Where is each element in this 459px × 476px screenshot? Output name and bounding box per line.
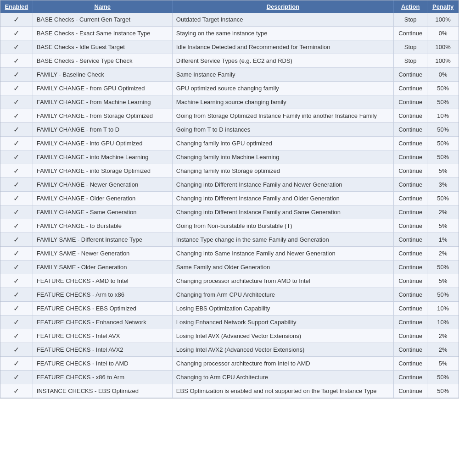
header-name: Name [33, 0, 172, 13]
cell-name: FEATURE CHECKS - EBS Optimized [33, 302, 172, 315]
cell-name: FEATURE CHECKS - Arm to x86 [33, 288, 172, 302]
cell-name: FAMILY CHANGE - Same Generation [33, 205, 172, 219]
checkmark-icon: ✓ [13, 29, 19, 37]
cell-name: FEATURE CHECKS - Intel AVX2 [33, 343, 172, 357]
checks-table: Enabled Name Description Action Penalty … [0, 0, 459, 398]
cell-description: Same Instance Family [172, 68, 393, 82]
cell-name: FAMILY CHANGE - from Storage Optimized [33, 109, 172, 123]
cell-penalty: 50% [427, 384, 459, 398]
checkmark-icon: ✓ [13, 222, 19, 230]
table-row: ✓FEATURE CHECKS - EBS OptimizedLosing EB… [0, 302, 459, 315]
cell-name: FEATURE CHECKS - Intel AVX [33, 329, 172, 343]
cell-action: Stop [393, 13, 427, 27]
checkmark-icon: ✓ [13, 291, 19, 299]
table-row: ✓INSTANCE CHECKS - EBS OptimizedEBS Opti… [0, 384, 459, 398]
cell-name: FAMILY CHANGE - from Machine Learning [33, 95, 172, 109]
cell-enabled: ✓ [0, 371, 33, 384]
cell-description: Changing into Different Instance Family … [172, 178, 393, 192]
checkmark-icon: ✓ [13, 194, 19, 202]
cell-action: Continue [393, 329, 427, 343]
table-row: ✓BASE Checks - Idle Guest TargetIdle Ins… [0, 40, 459, 54]
checkmark-icon: ✓ [13, 153, 19, 161]
cell-enabled: ✓ [0, 315, 33, 329]
cell-penalty: 3% [427, 178, 459, 192]
cell-name: INSTANCE CHECKS - EBS Optimized [33, 384, 172, 398]
table-row: ✓FEATURE CHECKS - Intel AVXLosing Intel … [0, 329, 459, 343]
cell-penalty: 50% [427, 192, 459, 205]
cell-penalty: 50% [427, 137, 459, 150]
cell-description: Changing family into Storage optimized [172, 164, 393, 178]
cell-action: Continue [393, 109, 427, 123]
cell-action: Continue [393, 137, 427, 150]
cell-enabled: ✓ [0, 137, 33, 150]
cell-action: Continue [393, 384, 427, 398]
checkmark-icon: ✓ [13, 236, 19, 244]
header-action: Action [393, 0, 427, 13]
cell-name: FAMILY SAME - Newer Generation [33, 247, 172, 260]
cell-action: Continue [393, 274, 427, 288]
cell-description: Staying on the same instance type [172, 27, 393, 40]
checkmark-icon: ✓ [13, 387, 19, 395]
cell-description: Changing into Different Instance Family … [172, 192, 393, 205]
checkmark-icon: ✓ [13, 346, 19, 354]
cell-description: Losing Enhanced Network Support Capabili… [172, 315, 393, 329]
cell-enabled: ✓ [0, 192, 33, 205]
cell-action: Continue [393, 302, 427, 315]
checkmark-icon: ✓ [13, 112, 19, 120]
checkmark-icon: ✓ [13, 16, 19, 23]
cell-description: Idle Instance Detected and Recommended f… [172, 40, 393, 54]
cell-name: FEATURE CHECKS - Intel to AMD [33, 357, 172, 371]
cell-enabled: ✓ [0, 68, 33, 82]
table-row: ✓FEATURE CHECKS - Enhanced NetworkLosing… [0, 315, 459, 329]
cell-penalty: 5% [427, 274, 459, 288]
cell-name: FEATURE CHECKS - x86 to Arm [33, 371, 172, 384]
cell-description: Same Family and Older Generation [172, 260, 393, 274]
checkmark-icon: ✓ [13, 373, 19, 381]
cell-penalty: 50% [427, 123, 459, 137]
table-row: ✓FEATURE CHECKS - Intel to AMDChanging p… [0, 357, 459, 371]
cell-enabled: ✓ [0, 40, 33, 54]
cell-name: FAMILY CHANGE - Newer Generation [33, 178, 172, 192]
table-row: ✓FAMILY SAME - Older GenerationSame Fami… [0, 260, 459, 274]
cell-penalty: 2% [427, 343, 459, 357]
cell-penalty: 50% [427, 82, 459, 95]
cell-description: Going from T to D instances [172, 123, 393, 137]
cell-enabled: ✓ [0, 109, 33, 123]
cell-penalty: 50% [427, 288, 459, 302]
cell-description: Changing to Arm CPU Architecture [172, 371, 393, 384]
cell-penalty: 50% [427, 260, 459, 274]
header-description: Description [172, 0, 393, 13]
table-row: ✓BASE Checks - Exact Same Instance TypeS… [0, 27, 459, 40]
cell-penalty: 50% [427, 150, 459, 164]
cell-enabled: ✓ [0, 95, 33, 109]
cell-name: FAMILY SAME - Older Generation [33, 260, 172, 274]
cell-action: Stop [393, 40, 427, 54]
checkmark-icon: ✓ [13, 57, 19, 65]
cell-description: Losing EBS Optimization Capability [172, 302, 393, 315]
table-row: ✓BASE Checks - Current Gen TargetOutdate… [0, 13, 459, 27]
cell-name: FEATURE CHECKS - AMD to Intel [33, 274, 172, 288]
cell-name: BASE Checks - Exact Same Instance Type [33, 27, 172, 40]
table-row: ✓FAMILY - Baseline CheckSame Instance Fa… [0, 68, 459, 82]
cell-enabled: ✓ [0, 247, 33, 260]
checkmark-icon: ✓ [13, 43, 19, 51]
cell-action: Continue [393, 260, 427, 274]
cell-description: Losing Intel AVX (Advanced Vector Extens… [172, 329, 393, 343]
cell-description: Machine Learning source changing family [172, 95, 393, 109]
cell-action: Continue [393, 150, 427, 164]
checkmark-icon: ✓ [13, 98, 19, 106]
cell-enabled: ✓ [0, 178, 33, 192]
header-enabled: Enabled [0, 0, 33, 13]
checkmark-icon: ✓ [13, 318, 19, 326]
cell-description: Going from Storage Optimized Instance Fa… [172, 109, 393, 123]
cell-description: Changing family into GPU optimized [172, 137, 393, 150]
cell-penalty: 2% [427, 205, 459, 219]
cell-penalty: 5% [427, 357, 459, 371]
cell-penalty: 100% [427, 13, 459, 27]
checkmark-icon: ✓ [13, 360, 19, 367]
cell-name: FAMILY CHANGE - into Storage Optimized [33, 164, 172, 178]
cell-penalty: 0% [427, 27, 459, 40]
cell-penalty: 10% [427, 315, 459, 329]
cell-action: Continue [393, 95, 427, 109]
cell-description: Outdated Target Instance [172, 13, 393, 27]
